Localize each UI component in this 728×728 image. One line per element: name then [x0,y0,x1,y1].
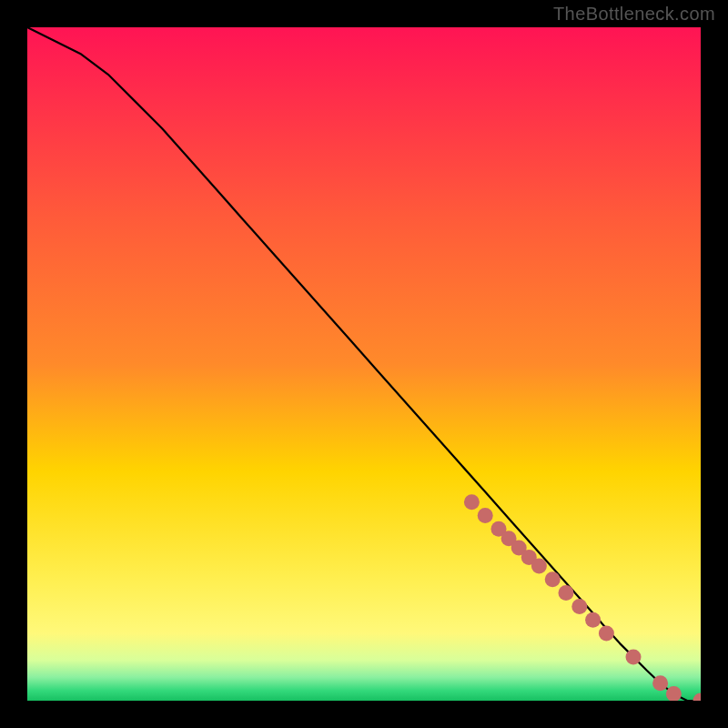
watermark-text: TheBottleneck.com [553,4,715,25]
data-point-marker [599,626,614,642]
data-point-marker [545,571,561,587]
data-point-marker [559,585,574,601]
data-point-marker [652,675,668,691]
data-point-marker [585,612,601,628]
data-point-marker [464,494,480,510]
data-point-marker [626,649,642,664]
chart-frame: TheBottleneck.com [0,0,728,728]
gradient-background [27,27,701,701]
data-point-marker [478,508,493,523]
data-point-marker [571,599,587,614]
chart-svg [27,27,701,701]
plot-area [27,27,701,701]
data-point-marker [531,559,547,574]
